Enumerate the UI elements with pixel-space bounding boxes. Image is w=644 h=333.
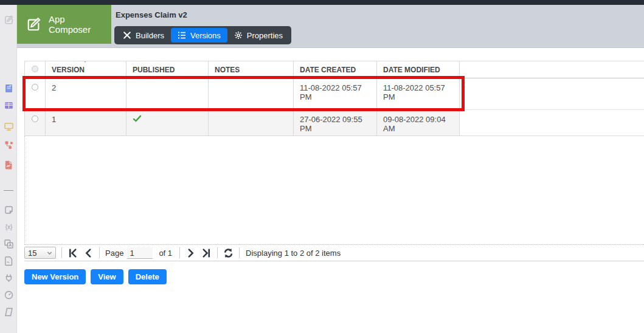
action-buttons: New Version View Delete [24, 269, 171, 284]
table-header-row: VERSION PUBLISHED NOTES DATE CREATED DAT… [24, 61, 644, 78]
column-header-date-modified[interactable]: DATE MODIFIED [377, 61, 460, 78]
row-radio-version-2[interactable] [32, 84, 38, 91]
tab-builders[interactable]: Builders [116, 28, 171, 43]
variables-icon[interactable]: {x} [4, 222, 14, 232]
versions-table: VERSION PUBLISHED NOTES DATE CREATED DAT… [24, 61, 644, 261]
published-cell [126, 110, 209, 136]
new-version-button[interactable]: New Version [24, 269, 86, 284]
date-modified-cell: 09-08-2022 09:04 AM [377, 110, 460, 136]
table-row-version-1[interactable]: 1 27-06-2022 09:55 PM 09-08-2022 09:04 A… [24, 110, 644, 136]
page-of-label: of 1 [159, 249, 172, 258]
userview-icon[interactable] [4, 122, 14, 132]
tab-properties-label: Properties [247, 31, 283, 40]
app-composer-logo[interactable]: AppComposer [17, 5, 111, 44]
column-header-filler [460, 61, 644, 78]
published-check-icon [133, 115, 142, 122]
notes-cell [209, 110, 294, 136]
note-icon[interactable] [4, 205, 14, 215]
refresh-icon[interactable] [223, 248, 234, 258]
separator [99, 247, 100, 258]
logo-text: AppComposer [49, 14, 91, 35]
versions-list-icon [178, 31, 186, 39]
published-cell [126, 78, 209, 109]
table-empty-area [24, 136, 644, 244]
left-toolbar: {x} [0, 5, 17, 333]
column-header-version[interactable]: VERSION [46, 61, 126, 78]
top-bar [0, 0, 644, 5]
separator [61, 247, 62, 258]
builders-tools-icon [123, 31, 131, 39]
localization-icon[interactable] [4, 239, 14, 249]
report-icon[interactable] [4, 160, 14, 170]
delete-button[interactable]: Delete [128, 269, 167, 284]
pagination-bar: 15 Page of 1 [24, 244, 644, 261]
header: AppComposer Expenses Claim v2 Builders V… [17, 5, 644, 48]
filler-cell [460, 110, 644, 136]
tab-properties[interactable]: Properties [227, 28, 289, 43]
pencil-square-icon [26, 16, 42, 33]
next-page-icon[interactable] [185, 248, 196, 258]
pagination-status: Displaying 1 to 2 of 2 items [246, 249, 341, 258]
date-created-cell: 27-06-2022 09:55 PM [294, 110, 377, 136]
table-row-version-2[interactable]: 2 11-08-2022 05:57 PM 11-08-2022 05:57 P… [24, 78, 644, 110]
first-page-icon[interactable] [68, 248, 78, 258]
sidebar-divider [4, 190, 13, 191]
compose-icon[interactable] [4, 15, 14, 25]
row-select-cell [24, 78, 46, 109]
process-icon[interactable] [4, 140, 14, 150]
separator [217, 247, 218, 258]
performance-icon[interactable] [4, 290, 14, 300]
plugin-icon[interactable] [4, 273, 14, 283]
page-size-value: 15 [28, 249, 36, 258]
row-select-cell [24, 110, 46, 136]
page-label: Page [105, 249, 123, 258]
copy-icon[interactable] [4, 307, 14, 317]
prev-page-icon[interactable] [83, 248, 94, 258]
header-radio [32, 66, 38, 72]
version-cell: 2 [46, 78, 126, 109]
separator [239, 247, 240, 258]
select-all-cell [24, 61, 46, 78]
page-size-select[interactable]: 15 [24, 247, 56, 259]
separator [179, 247, 180, 258]
tab-builders-label: Builders [136, 31, 164, 40]
sort-indicator-icon [83, 61, 88, 63]
gear-icon [234, 31, 243, 39]
tab-versions-label: Versions [190, 31, 221, 40]
column-header-notes[interactable]: NOTES [209, 61, 294, 78]
column-header-date-created[interactable]: DATE CREATED [294, 61, 377, 78]
last-page-icon[interactable] [201, 248, 212, 258]
date-created-cell: 11-08-2022 05:57 PM [294, 78, 377, 109]
filler-cell [460, 78, 644, 109]
view-button[interactable]: View [91, 269, 123, 284]
chevron-down-icon [47, 250, 52, 256]
notes-cell [209, 78, 294, 109]
page-title: Expenses Claim v2 [116, 10, 187, 19]
column-header-published[interactable]: PUBLISHED [126, 61, 209, 78]
tab-versions[interactable]: Versions [171, 28, 227, 43]
tab-bar: Builders Versions Properties [114, 26, 291, 44]
log-icon[interactable] [4, 256, 14, 266]
form-icon[interactable] [4, 83, 14, 94]
row-radio-version-1[interactable] [32, 115, 38, 122]
version-cell: 1 [46, 110, 126, 136]
date-modified-cell: 11-08-2022 05:57 PM [377, 78, 460, 109]
page-number-input[interactable] [127, 247, 153, 259]
app-composer-window: {x} AppComposer Expenses Claim v2 [0, 0, 644, 333]
datalist-icon[interactable] [4, 100, 14, 111]
